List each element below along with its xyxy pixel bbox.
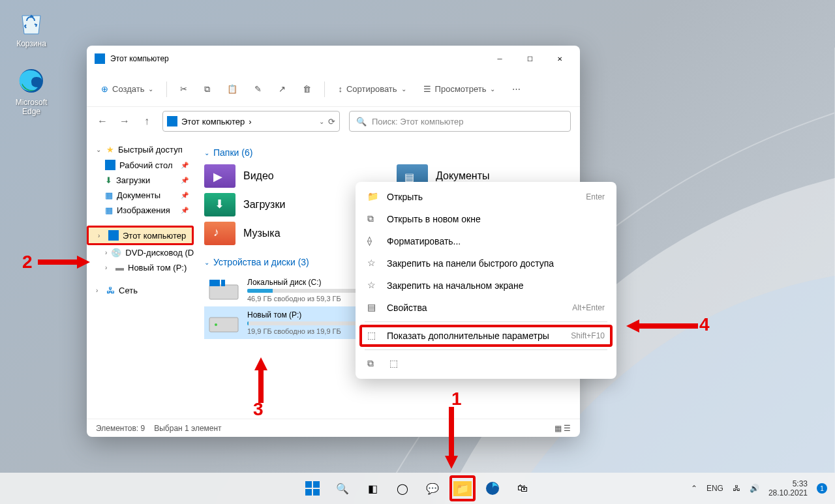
store-taskbar[interactable]: 🛍	[509, 475, 536, 501]
svg-rect-14	[305, 481, 312, 488]
cut-button[interactable]: ✂	[174, 80, 194, 98]
svg-point-5	[215, 323, 217, 326]
context-menu: 📁ОткрытьEnter ⧉Открыть в новом окне ⟠Фор…	[356, 182, 616, 379]
sidebar-desktop[interactable]: Рабочий стол📌	[87, 157, 194, 173]
view-button[interactable]: ☰ Просмотреть ⌄	[417, 80, 502, 98]
ctx-format[interactable]: ⟠Форматировать...	[359, 230, 613, 252]
svg-rect-15	[313, 481, 320, 488]
sidebar-this-pc[interactable]: ›Этот компьютер	[87, 226, 194, 245]
rename-button[interactable]: ✎	[248, 80, 268, 98]
arrow-1	[444, 407, 463, 475]
callout-4: 4	[699, 314, 710, 335]
ctx-pin-quick[interactable]: ☆Закрепить на панели быстрого доступа	[359, 252, 613, 274]
ctx-open[interactable]: 📁ОткрытьEnter	[359, 186, 613, 208]
sidebar-network[interactable]: ›🖧Сеть	[87, 283, 194, 298]
breadcrumb: Этот компьютер	[181, 117, 245, 126]
folder-downloads[interactable]: ⬇Загрузки	[204, 193, 377, 216]
svg-rect-1	[209, 285, 238, 299]
edge-taskbar[interactable]	[479, 475, 506, 501]
recycle-label: Корзина	[7, 39, 56, 48]
drive-icon	[208, 278, 239, 302]
tray-clock[interactable]: 5:3328.10.2021	[768, 479, 808, 498]
svg-rect-2	[209, 280, 220, 286]
folder-music[interactable]: ♪Музыка	[204, 222, 377, 245]
search-input[interactable]: 🔍 Поиск: Этот компьютер	[349, 111, 571, 132]
search-button[interactable]: 🔍	[329, 475, 356, 501]
widgets-button[interactable]: ◯	[389, 475, 416, 501]
up-button[interactable]: ↑	[140, 115, 153, 128]
svg-rect-3	[221, 280, 225, 286]
paste-button[interactable]: 📋	[220, 80, 244, 98]
share-button[interactable]: ↗	[272, 80, 292, 98]
svg-rect-17	[313, 489, 320, 496]
pc-icon	[167, 116, 177, 126]
arrow-3	[253, 357, 273, 406]
arrow-4	[626, 318, 698, 340]
paste-icon[interactable]: ⬚	[389, 358, 401, 370]
drive-c[interactable]: Локальный диск (C:)46,9 ГБ свободно из 5…	[204, 274, 374, 306]
arrow-2	[38, 254, 90, 276]
toolbar: ⊕Создать⌄ ✂ ⧉ 📋 ✎ ↗ 🗑 ↕ Сортировать ⌄ ☰ …	[87, 72, 580, 107]
properties-icon: ▤	[367, 302, 379, 314]
folder-icon: 📁	[367, 191, 379, 203]
format-icon: ⟠	[367, 235, 379, 247]
window-icon	[95, 53, 105, 64]
copy-icon[interactable]: ⧉	[367, 358, 379, 370]
pin-icon: ☆	[367, 258, 379, 269]
sidebar-documents[interactable]: ▦Документы📌	[87, 188, 194, 203]
pin-start-icon: ☆	[367, 280, 379, 291]
svg-marker-7	[77, 256, 90, 269]
ctx-new-window[interactable]: ⧉Открыть в новом окне	[359, 208, 613, 230]
folder-videos[interactable]: ▶Видео	[204, 164, 377, 188]
drive-icon	[208, 311, 239, 334]
more-icon: ⬚	[367, 330, 379, 342]
more-button[interactable]: ⋯	[506, 80, 527, 98]
close-button[interactable]: ✕	[545, 48, 575, 69]
navbar: ← → ↑ Этот компьютер› ⌄ ⟳ 🔍 Поиск: Этот …	[87, 107, 580, 136]
sort-button[interactable]: ↕ Сортировать ⌄	[331, 80, 412, 98]
titlebar[interactable]: Этот компьютер ─ ☐ ✕	[87, 46, 580, 72]
svg-marker-11	[445, 456, 458, 469]
window-icon: ⧉	[367, 213, 379, 225]
tray-lang[interactable]: ENG	[706, 484, 723, 493]
start-button[interactable]	[299, 475, 326, 501]
ctx-icon-row: ⧉ ⬚	[359, 353, 613, 375]
recycle-bin[interactable]: Корзина	[7, 7, 56, 48]
ctx-pin-start[interactable]: ☆Закрепить на начальном экране	[359, 274, 613, 297]
ctx-more-options[interactable]: ⬚Показать дополнительные параметрыShift+…	[359, 325, 613, 347]
sidebar: ⌄★Быстрый доступ Рабочий стол📌 ⬇Загрузки…	[87, 136, 194, 419]
statusbar: Элементов: 9 Выбран 1 элемент ▦ ☰	[87, 419, 580, 437]
svg-rect-4	[209, 318, 238, 332]
edge-icon	[16, 65, 47, 96]
delete-button[interactable]: 🗑	[296, 80, 318, 98]
maximize-button[interactable]: ☐	[515, 48, 545, 69]
forward-button[interactable]: →	[118, 115, 131, 128]
drive-p[interactable]: Новый том (P:)19,9 ГБ свободно из 19,9 Г…	[204, 306, 374, 339]
back-button[interactable]: ←	[96, 115, 109, 128]
callout-2: 2	[22, 252, 33, 273]
minimize-button[interactable]: ─	[485, 48, 515, 69]
tray-chevron[interactable]: ⌃	[691, 484, 697, 493]
sidebar-volume[interactable]: ›▬Новый том (P:)	[87, 260, 194, 275]
sidebar-downloads[interactable]: ⬇Загрузки📌	[87, 173, 194, 188]
explorer-taskbar[interactable]: 📁	[449, 475, 476, 501]
folders-header[interactable]: ⌄Папки (6)	[204, 147, 569, 158]
search-icon: 🔍	[356, 117, 367, 126]
tray-network-icon[interactable]: 🖧	[733, 484, 740, 493]
sidebar-quick-access[interactable]: ⌄★Быстрый доступ	[87, 142, 194, 157]
taskview-button[interactable]: ◧	[359, 475, 386, 501]
taskbar: 🔍 ◧ ◯ 💬 📁 🛍 ⌃ ENG 🖧 🔊 5:3328.10.2021 1	[0, 473, 835, 504]
edge-shortcut[interactable]: Microsoft Edge	[7, 65, 56, 116]
tray-notification-badge[interactable]: 1	[817, 483, 827, 494]
svg-marker-13	[626, 319, 639, 333]
tray-volume-icon[interactable]: 🔊	[750, 484, 759, 493]
window-title: Этот компьютер	[110, 54, 485, 63]
sidebar-dvd[interactable]: ›💿DVD-дисковод (D:)	[87, 245, 194, 260]
ctx-properties[interactable]: ▤СвойстваAlt+Enter	[359, 297, 613, 319]
new-button[interactable]: ⊕Создать⌄	[95, 80, 160, 98]
chat-button[interactable]: 💬	[419, 475, 446, 501]
address-bar[interactable]: Этот компьютер› ⌄ ⟳	[162, 111, 340, 132]
status-selected: Выбран 1 элемент	[154, 424, 221, 433]
sidebar-pictures[interactable]: ▦Изображения📌	[87, 203, 194, 218]
copy-button[interactable]: ⧉	[198, 80, 217, 98]
